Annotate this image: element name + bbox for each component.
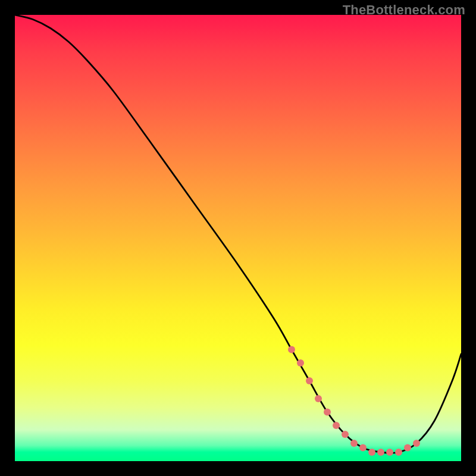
watermark-text: TheBottleneck.com (343, 2, 465, 18)
marker-dot (315, 395, 322, 402)
curve-line (15, 15, 461, 453)
chart-container (15, 15, 461, 461)
marker-dot (306, 377, 313, 384)
marker-dot (368, 449, 375, 456)
marker-dot (413, 440, 420, 447)
marker-dot (404, 444, 411, 452)
marker-dot (359, 444, 367, 452)
marker-dot (386, 449, 393, 456)
marker-dot (324, 409, 331, 416)
marker-dot (350, 440, 358, 447)
bottleneck-curve (15, 15, 461, 461)
marker-dots (288, 346, 420, 456)
marker-dot (395, 449, 402, 456)
marker-dot (297, 359, 304, 367)
marker-dot (342, 431, 349, 438)
marker-dot (377, 449, 384, 456)
marker-dot (288, 346, 295, 353)
marker-dot (333, 422, 340, 429)
